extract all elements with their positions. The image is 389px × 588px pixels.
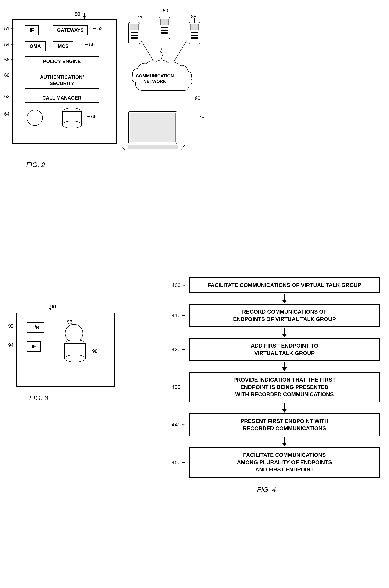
antenna-fig3 bbox=[63, 301, 69, 314]
flow-item-430: 430 ~ PROVIDE INDICATION THAT THE FIRSTE… bbox=[169, 372, 380, 402]
ref-400: 400 ~ bbox=[169, 282, 185, 289]
comp-if: IF bbox=[25, 25, 39, 35]
svg-rect-6 bbox=[130, 24, 138, 30]
radio-80 bbox=[155, 11, 175, 43]
arrow-line bbox=[284, 403, 285, 409]
svg-point-40 bbox=[65, 355, 85, 362]
flow-item-450: 450 ~ FACILITATE COMMUNICATIONSAMONG PLU… bbox=[169, 447, 380, 477]
fig2-caption: FIG. 2 bbox=[26, 161, 45, 169]
svg-text:COMMUNICATION: COMMUNICATION bbox=[136, 73, 174, 78]
ref-52: ~ 52 bbox=[93, 26, 102, 31]
ref-98: ~ 98 bbox=[88, 348, 97, 354]
fig3-caption: FIG. 3 bbox=[29, 394, 48, 402]
arrow-90 bbox=[46, 303, 54, 312]
svg-rect-14 bbox=[161, 27, 168, 28]
flow-box-450: FACILITATE COMMUNICATIONSAMONG PLURALITY… bbox=[189, 447, 380, 477]
comp-policy-engine: POLICY ENGINE bbox=[25, 57, 99, 66]
flow-item-410: 410 ~ RECORD COMMUNICATIONS OFENDPOINTS … bbox=[169, 304, 380, 327]
circle-component bbox=[27, 110, 43, 126]
ref-410: 410 ~ bbox=[169, 312, 185, 319]
cloud-network: COMMUNICATION NETWORK bbox=[129, 58, 205, 102]
ref-430: 430 ~ bbox=[169, 384, 185, 390]
ref-58: 58 ~ bbox=[4, 57, 14, 63]
fig3-box: 92 ~ T/R 94 ~ IF 96 ~ 98 bbox=[16, 313, 115, 387]
arrow-head bbox=[282, 367, 287, 371]
svg-rect-8 bbox=[131, 32, 138, 33]
flow-item-440: 440 ~ PRESENT FIRST ENDPOINT WITHRECORDE… bbox=[169, 413, 380, 436]
ref-420: 420 ~ bbox=[169, 346, 185, 353]
svg-marker-1 bbox=[83, 16, 86, 19]
fig4-caption: FIG. 4 bbox=[169, 486, 380, 493]
arrow-430-440 bbox=[169, 403, 380, 413]
ref-94: 94 ~ bbox=[8, 342, 18, 348]
flow-box-420: ADD FIRST ENDPOINT TOVIRTUAL TALK GROUP bbox=[189, 338, 380, 361]
arrow-420-430 bbox=[169, 362, 380, 371]
cylinder-fig3 bbox=[63, 339, 87, 363]
ref-96: 96 bbox=[67, 319, 72, 325]
flow-box-410: RECORD COMMUNICATIONS OFENDPOINTS OF VIR… bbox=[189, 304, 380, 327]
ref-450: 450 ~ bbox=[169, 459, 185, 466]
svg-rect-20 bbox=[191, 32, 198, 33]
fig4-area: 400 ~ FACILITATE COMMUNICATIONS OF VIRTU… bbox=[169, 277, 380, 493]
svg-rect-9 bbox=[131, 34, 138, 36]
ref-64: 64 ~ bbox=[4, 111, 14, 117]
comp-mcs: MCS bbox=[53, 41, 73, 51]
svg-rect-18 bbox=[191, 24, 199, 30]
arrow-410-420 bbox=[169, 328, 380, 337]
comp-auth-security: AUTHENTICATION/SECURITY bbox=[25, 71, 99, 89]
flow-box-430: PROVIDE INDICATION THAT THE FIRSTENDPOIN… bbox=[189, 372, 380, 402]
comp-oma: OMA bbox=[25, 41, 46, 51]
comp-call-manager: CALL MANAGER bbox=[25, 93, 99, 103]
svg-rect-16 bbox=[161, 32, 168, 33]
arrow-head bbox=[282, 299, 287, 303]
ref-92: 92 ~ bbox=[8, 323, 18, 329]
ref-51: 51 ~ bbox=[4, 26, 14, 31]
svg-rect-22 bbox=[191, 37, 198, 39]
ref-62: 62 ~ bbox=[4, 94, 14, 99]
arrow-50 bbox=[80, 12, 89, 20]
svg-rect-10 bbox=[131, 37, 138, 39]
flow-item-400: 400 ~ FACILITATE COMMUNICATIONS OF VIRTU… bbox=[169, 277, 380, 293]
svg-rect-12 bbox=[161, 19, 168, 25]
ref-60: 60 ~ bbox=[4, 72, 14, 78]
ref-50: 50 bbox=[74, 11, 80, 17]
arrow-440-450 bbox=[169, 437, 380, 446]
laptop-fig2 bbox=[117, 110, 193, 156]
ref-440: 440 ~ bbox=[169, 422, 185, 428]
ref-66: ~ 66 bbox=[87, 114, 97, 119]
comp-gateways: GATEWAYS bbox=[53, 25, 88, 35]
line-cloud-laptop bbox=[153, 98, 157, 111]
svg-rect-21 bbox=[191, 34, 198, 36]
arrow-line bbox=[284, 362, 285, 367]
svg-rect-30 bbox=[130, 113, 175, 142]
system-box: 51 ~ IF GATEWAYS ~ 52 54 ~ OMA MCS ~ 56 … bbox=[12, 19, 117, 144]
arrow-head bbox=[282, 409, 287, 413]
page: 50 51 ~ IF GATEWAYS ~ 52 54 ~ OMA MCS ~ … bbox=[0, 0, 389, 588]
flow-item-420: 420 ~ ADD FIRST ENDPOINT TOVIRTUAL TALK … bbox=[169, 338, 380, 361]
ref-54: 54 ~ bbox=[4, 42, 14, 47]
svg-marker-36 bbox=[49, 308, 51, 311]
flow-box-440: PRESENT FIRST ENDPOINT WITHRECORDED COMM… bbox=[189, 413, 380, 436]
comp-tr: T/R bbox=[27, 322, 44, 333]
svg-text:NETWORK: NETWORK bbox=[143, 79, 166, 84]
flow-box-400: FACILITATE COMMUNICATIONS OF VIRTUAL TAL… bbox=[189, 277, 380, 293]
arrow-line bbox=[284, 328, 285, 333]
arrow-head bbox=[282, 333, 287, 337]
arrow-line bbox=[284, 294, 285, 299]
arrow-400-410 bbox=[169, 294, 380, 303]
arrow-head bbox=[282, 443, 287, 446]
arrow-line bbox=[284, 437, 285, 443]
ref-56: ~ 56 bbox=[85, 42, 95, 47]
cylinder-component bbox=[61, 107, 83, 129]
ref-70: 70 bbox=[199, 114, 204, 119]
ref-90-fig2: 90 bbox=[195, 96, 200, 101]
svg-rect-15 bbox=[161, 30, 168, 31]
comp-if-fig3: IF bbox=[27, 341, 41, 352]
svg-point-4 bbox=[62, 121, 82, 128]
